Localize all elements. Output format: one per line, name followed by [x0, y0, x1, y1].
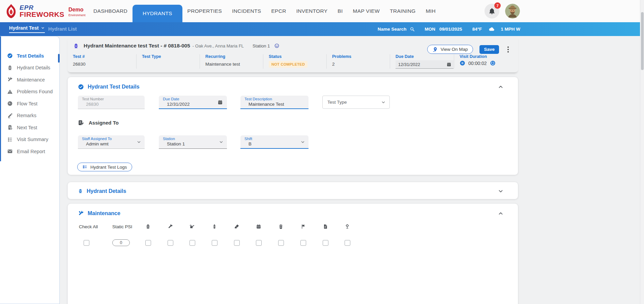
- expand-chevron-down-icon[interactable]: [498, 188, 504, 194]
- due-date-input[interactable]: 12/31/2022: [396, 60, 453, 69]
- logo-flame-icon: [5, 3, 18, 19]
- sidebar-item-remarks[interactable]: Remarks: [0, 110, 59, 122]
- sidebar-item-label: Email Report: [17, 149, 45, 154]
- chevron-down-icon: [219, 140, 224, 144]
- tools-icon: [7, 77, 13, 82]
- summary-col-status: Status NOT COMPLETED: [263, 54, 326, 69]
- gauge-icon: [7, 101, 13, 106]
- note-edit-icon: [78, 120, 84, 126]
- date-label: 09/01/2025: [439, 27, 462, 32]
- wind-label: 1 MPH W: [501, 27, 520, 32]
- due-date-field[interactable]: Due Date 12/31/2022: [159, 96, 227, 109]
- environment-title: Demo: [68, 7, 86, 13]
- sidebar-item-email-report[interactable]: Email Report: [0, 145, 59, 158]
- clipboard-add-icon: [7, 125, 13, 130]
- smiley-icon: [274, 43, 280, 49]
- maintenance-checkbox-oil-can[interactable]: [189, 240, 195, 246]
- name-search-button[interactable]: Name Search: [378, 27, 415, 32]
- hydrant-details-card: Hydrant Details: [67, 182, 518, 199]
- page-scrollbar-thumb[interactable]: [641, 12, 644, 70]
- record-station: Station 1: [253, 43, 270, 48]
- collapse-chevron-up-icon[interactable]: [498, 84, 504, 90]
- maintenance-checkbox-file-edit[interactable]: [323, 240, 328, 246]
- maintenance-checkbox-battery[interactable]: [212, 240, 217, 246]
- sidebar-item-label: Visit Summary: [17, 137, 48, 142]
- sidebar-item-flow-test[interactable]: Flow Test: [0, 98, 59, 110]
- nav-epcr[interactable]: EPCR: [266, 0, 291, 22]
- sidebar-item-problems-found[interactable]: Problems Found: [0, 86, 59, 98]
- shift-select[interactable]: Shift B: [240, 135, 309, 149]
- test-type-select[interactable]: Test Type: [322, 96, 390, 109]
- pause-icon[interactable]: [460, 60, 465, 66]
- sidebar-item-label: Problems Found: [17, 89, 53, 94]
- hydrant-icon: [145, 224, 151, 229]
- calendar-icon[interactable]: [446, 62, 451, 67]
- maintenance-checkbox-valve[interactable]: [345, 240, 350, 246]
- sidebar-item-test-details[interactable]: Test Details: [0, 50, 59, 62]
- envelope-icon: [7, 148, 13, 154]
- battery-icon: [212, 224, 217, 229]
- static-psi-input[interactable]: [112, 239, 130, 246]
- sidebar-item-label: Next Test: [17, 125, 37, 130]
- station-select[interactable]: Station Station 1: [159, 135, 227, 149]
- hydrant-test-logs-button[interactable]: Hydrant Test Logs: [77, 163, 132, 171]
- nav-training[interactable]: TRAINING: [385, 0, 420, 22]
- nav-inventory[interactable]: INVENTORY: [291, 0, 333, 22]
- weekday-label: MON: [425, 27, 436, 32]
- logs-icon: [82, 165, 87, 170]
- maintenance-checkbox-wrench[interactable]: [168, 240, 173, 246]
- kebab-menu-icon[interactable]: [505, 46, 511, 53]
- subtab-hydrant-test-label: Hydrant Test: [9, 25, 39, 31]
- staff-assigned-select[interactable]: Staff Assigned To Admin wmt: [78, 135, 145, 149]
- logo-line1: EPR: [20, 4, 64, 11]
- nav-bi[interactable]: BI: [332, 0, 348, 22]
- app-header: EPR FIREWORKS Demo Environment DASHBOARD…: [0, 0, 644, 22]
- sidebar-item-label: Remarks: [17, 113, 36, 118]
- hydrant-icon: [73, 42, 79, 49]
- sidebar-item-hydrant-details[interactable]: Hydrant Details: [0, 62, 59, 74]
- sidebar-item-visit-summary[interactable]: Visit Summary: [0, 134, 59, 146]
- check-all-label: Check All: [79, 224, 112, 229]
- maintenance-checkbox-brush[interactable]: [234, 240, 240, 246]
- nav-dashboard[interactable]: DASHBOARD: [88, 0, 133, 22]
- calendar-icon[interactable]: [217, 100, 223, 105]
- reset-timer-icon[interactable]: [490, 60, 496, 66]
- logo-line2: FIREWORKS: [20, 11, 64, 18]
- test-description-field[interactable]: Test Description Maintenance Test: [240, 96, 309, 109]
- maintenance-columns-row: Check All Static PSI: [79, 224, 367, 229]
- hydrant-test-logs-label: Hydrant Test Logs: [90, 165, 127, 170]
- maintenance-checkbox-hydrant[interactable]: [145, 240, 151, 246]
- save-button[interactable]: Save: [479, 45, 499, 54]
- subtab-hydrant-test[interactable]: Hydrant Test: [9, 25, 45, 33]
- nav-mih[interactable]: MIH: [421, 0, 441, 22]
- check-all-checkbox[interactable]: [84, 240, 89, 246]
- summary-col-visit-duration: Visit Duration 00:00:02: [454, 54, 515, 69]
- user-avatar[interactable]: [505, 4, 520, 19]
- page-scrollbar[interactable]: [640, 0, 644, 304]
- nav-map-view[interactable]: MAP VIEW: [348, 0, 385, 22]
- chevron-down-icon: [137, 140, 141, 144]
- nav-incidents[interactable]: INCIDENTS: [227, 0, 266, 22]
- check-circle-icon: [7, 53, 13, 59]
- nav-properties[interactable]: PROPERTIES: [182, 0, 227, 22]
- status-badge: NOT COMPLETED: [269, 61, 308, 68]
- subtab-hydrant-list[interactable]: Hydrant List: [48, 26, 77, 32]
- sidebar-item-next-test[interactable]: Next Test: [0, 122, 59, 134]
- view-on-map-button[interactable]: View On Map: [427, 45, 473, 54]
- page-title: Hydrant Maintenance test Test - # 0818-0…: [84, 43, 190, 49]
- maintenance-checkbox-flag[interactable]: [300, 240, 306, 246]
- sidebar-item-maintenance[interactable]: Maintenance: [0, 74, 59, 86]
- main-content: Hydrant Maintenance test Test - # 0818-0…: [67, 36, 518, 304]
- nav-hydrants[interactable]: HYDRANTS: [133, 5, 182, 22]
- hydrant-icon: [7, 65, 13, 71]
- maintenance-checkbox-calendar[interactable]: [256, 240, 262, 246]
- brush-icon: [234, 224, 239, 229]
- collapse-chevron-up-icon[interactable]: [498, 210, 504, 216]
- search-icon: [410, 27, 415, 32]
- test-number-field: Test Number 26830: [78, 96, 145, 109]
- sidebar-scrollbar-thumb[interactable]: [58, 54, 60, 63]
- module-subbar: Hydrant Test Hydrant List Name Search MO…: [0, 22, 644, 36]
- maintenance-checkbox-trash[interactable]: [278, 240, 284, 246]
- bell-icon: [488, 7, 496, 15]
- oil-can-icon: [189, 224, 195, 229]
